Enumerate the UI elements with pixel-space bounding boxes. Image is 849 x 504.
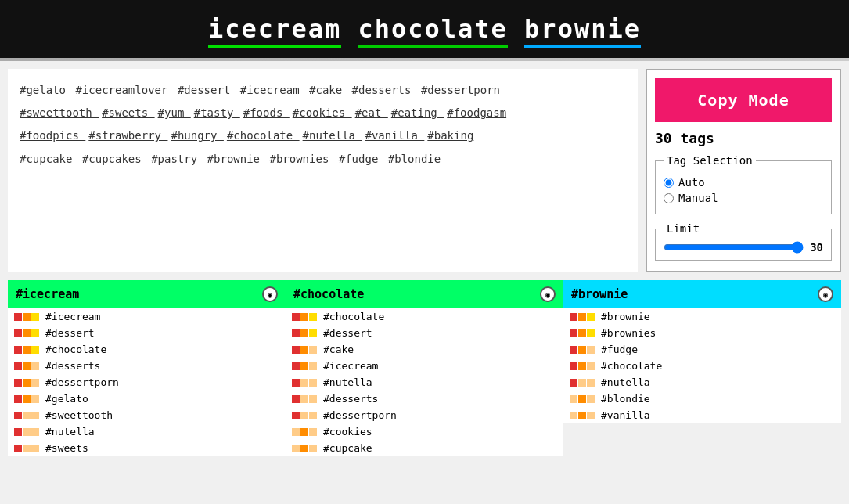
tag-item[interactable]: #pastry — [151, 153, 203, 165]
tag-item[interactable]: #cake — [309, 84, 349, 96]
tag-label: #gelato — [45, 393, 88, 405]
list-item[interactable]: #dessertporn — [8, 374, 286, 391]
tag-label: #chocolate — [601, 360, 662, 372]
copy-mode-button[interactable]: Copy Mode — [655, 78, 832, 122]
list-item[interactable]: #brownie — [563, 308, 841, 325]
list-item[interactable]: #nutella — [286, 374, 563, 391]
tag-item[interactable]: #eating — [391, 106, 444, 119]
list-item[interactable]: #cupcake — [286, 440, 563, 456]
tag-label: #dessert — [323, 327, 372, 339]
tag-label: #desserts — [45, 360, 100, 372]
tag-line: #gelato #icecreamlover #dessert #icecrea… — [20, 81, 626, 100]
tag-item[interactable]: #brownies — [269, 153, 335, 165]
tag-item[interactable]: #icecream — [240, 84, 306, 96]
tag-item[interactable]: #vanilla — [365, 129, 424, 142]
tag-item[interactable]: #sweets — [102, 106, 154, 119]
tag-item[interactable]: #yum — [158, 106, 191, 119]
tag-label: #dessertporn — [45, 376, 119, 388]
radio-manual-row: Manual — [664, 192, 823, 204]
list-item[interactable]: #nutella — [563, 374, 841, 391]
tag-item[interactable]: #baking — [427, 129, 473, 142]
list-item[interactable]: #nutella — [8, 423, 286, 440]
list-item[interactable]: #desserts — [8, 358, 286, 374]
tag-bar — [14, 313, 41, 321]
list-item[interactable]: #chocolate — [8, 341, 286, 358]
list-item[interactable]: #fudge — [563, 341, 841, 358]
list-item[interactable]: #blondie — [563, 391, 841, 407]
radio-auto-label: Auto — [678, 176, 705, 189]
tag-item[interactable]: #strawberry — [88, 129, 167, 142]
tag-item[interactable]: #icecreamlover — [75, 84, 174, 96]
tag-item[interactable]: #nutella — [303, 129, 362, 142]
radio-auto[interactable] — [664, 178, 674, 188]
tag-item[interactable]: #sweettooth — [20, 106, 99, 119]
tag-item[interactable]: #cookies — [293, 106, 352, 119]
list-item[interactable]: #cookies — [286, 423, 563, 440]
list-item[interactable]: #cake — [286, 341, 563, 358]
list-item[interactable]: #chocolate — [563, 358, 841, 374]
bar-segment — [31, 313, 39, 321]
list-item[interactable]: #icecream — [8, 308, 286, 325]
tag-bar — [292, 329, 318, 337]
limit-slider[interactable] — [664, 241, 804, 254]
tags-lines: #gelato #icecreamlover #dessert #icecrea… — [20, 81, 626, 169]
list-item[interactable]: #sweets — [8, 440, 286, 456]
bar-segment — [578, 346, 586, 354]
tags-display: #gelato #icecreamlover #dessert #icecrea… — [8, 69, 638, 272]
list-item[interactable]: #brownies — [563, 325, 841, 341]
tag-bar — [292, 445, 318, 452]
tag-item[interactable]: #eat — [355, 106, 388, 119]
tag-item[interactable]: #cupcakes — [82, 153, 148, 165]
column-icon-brownie[interactable]: ◉ — [818, 286, 833, 302]
tag-label: #fudge — [601, 344, 638, 355]
tag-item[interactable]: #desserts — [352, 84, 418, 96]
bar-segment — [23, 428, 31, 436]
list-item[interactable]: #dessertporn — [286, 407, 563, 423]
tag-bar — [292, 428, 318, 436]
tag-item[interactable]: #foodpics — [20, 129, 85, 142]
tag-line: #cupcake #cupcakes #pastry #brownie #bro… — [20, 149, 626, 169]
bar-segment — [570, 362, 577, 370]
radio-auto-row: Auto — [664, 176, 823, 189]
tag-item[interactable]: #dessertporn — [421, 84, 500, 96]
tag-item[interactable]: #hungry — [171, 129, 223, 142]
tag-item[interactable]: #brownie — [207, 153, 267, 165]
bar-segment — [309, 395, 317, 403]
list-item[interactable]: #desserts — [286, 391, 563, 407]
bar-segment — [587, 346, 595, 354]
list-item[interactable]: #gelato — [8, 391, 286, 407]
limit-value: 30 — [810, 241, 823, 254]
column-icon-icecream[interactable]: ◉ — [262, 286, 278, 302]
bar-segment — [31, 346, 39, 354]
column-header-text-icecream: #icecream — [16, 287, 79, 301]
bar-segment — [292, 362, 300, 370]
tag-item[interactable]: #gelato — [20, 84, 72, 96]
list-item[interactable]: #sweettooth — [8, 407, 286, 423]
bar-segment — [578, 395, 586, 403]
bar-segment — [300, 445, 308, 452]
tag-item[interactable]: #fudge — [339, 153, 385, 165]
list-item[interactable]: #vanilla — [563, 407, 841, 423]
column-icon-chocolate[interactable]: ◉ — [540, 286, 556, 302]
tag-label: #sweettooth — [45, 409, 113, 421]
tag-item[interactable]: #tasty — [194, 106, 240, 119]
radio-manual[interactable] — [664, 193, 674, 203]
tag-item[interactable]: #cupcake — [20, 153, 79, 165]
list-item[interactable]: #icecream — [286, 358, 563, 374]
tag-bar — [570, 412, 596, 419]
tag-item[interactable]: #foods — [243, 106, 290, 119]
tag-label: #icecream — [45, 311, 100, 322]
tag-item[interactable]: #foodgasm — [447, 106, 506, 119]
tag-item[interactable]: #blondie — [388, 153, 441, 165]
tag-line: #foodpics #strawberry #hungry #chocolate… — [20, 126, 626, 146]
tag-label: #cupcake — [323, 442, 372, 454]
list-item[interactable]: #chocolate — [286, 308, 563, 325]
list-item[interactable]: #dessert — [286, 325, 563, 341]
bar-segment — [14, 395, 22, 403]
tag-item[interactable]: #chocolate — [227, 129, 300, 142]
list-item[interactable]: #dessert — [8, 325, 286, 341]
bar-segment — [300, 346, 308, 354]
bar-segment — [292, 445, 300, 452]
tag-item[interactable]: #dessert — [178, 84, 237, 96]
tag-selection-group: Tag Selection Auto Manual — [655, 154, 832, 214]
